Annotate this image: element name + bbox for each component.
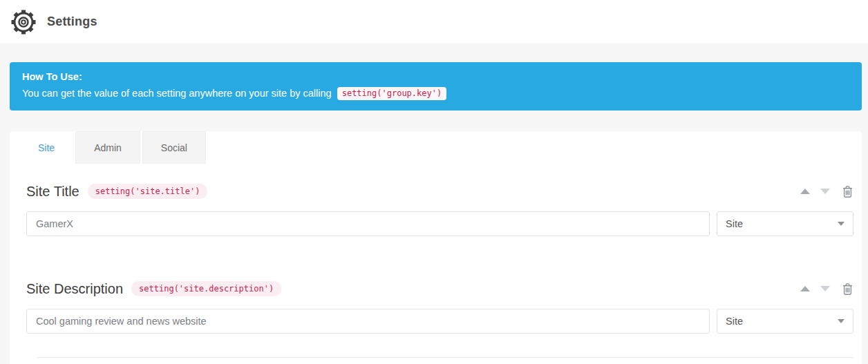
setting-label: Site Description [26, 281, 123, 297]
move-up-icon[interactable] [800, 286, 810, 291]
how-to-use-banner: How To Use: You can get the value of eac… [10, 62, 862, 111]
group-key-code: setting('group.key') [337, 87, 447, 100]
setting-actions [800, 185, 853, 198]
chevron-down-icon [838, 319, 845, 323]
settings-gear-icon [10, 8, 37, 36]
move-down-icon[interactable] [820, 286, 830, 291]
trash-icon [842, 282, 853, 296]
setting-header-site-description: Site Description setting('site.descripti… [26, 279, 853, 298]
move-down-icon[interactable] [820, 189, 830, 194]
chevron-down-icon [838, 222, 845, 226]
group-select-value: Site [726, 316, 743, 327]
settings-tabs: Site Admin Social [10, 131, 862, 164]
setting-actions [800, 282, 853, 296]
setting-key-badge: setting('site.description') [131, 281, 281, 296]
setting-group-select[interactable]: Site [717, 309, 853, 334]
setting-group-select[interactable]: Site [717, 211, 853, 236]
trash-icon [842, 185, 853, 198]
settings-panel: Site Admin Social Site Title setting('si… [10, 131, 862, 364]
section-divider [37, 357, 853, 358]
setting-value-input[interactable] [26, 309, 710, 334]
tab-social[interactable]: Social [142, 131, 206, 164]
tab-admin[interactable]: Admin [75, 131, 140, 164]
tab-site[interactable]: Site [19, 131, 73, 164]
delete-setting-button[interactable] [842, 185, 853, 198]
move-up-icon[interactable] [800, 189, 810, 194]
setting-row-site-description: Site [26, 309, 853, 334]
delete-setting-button[interactable] [842, 282, 853, 296]
group-select-value: Site [726, 218, 743, 229]
setting-label: Site Title [26, 184, 79, 200]
setting-row-site-title: Site [26, 211, 853, 236]
setting-key-badge: setting('site.title') [88, 184, 208, 199]
setting-value-input[interactable] [26, 211, 710, 236]
panel-body: Site Title setting('site.title') [10, 182, 862, 358]
setting-header-site-title: Site Title setting('site.title') [26, 182, 853, 201]
banner-text: You can get the value of each setting an… [22, 87, 849, 100]
page-header: Settings [0, 0, 868, 43]
banner-title: How To Use: [22, 71, 849, 82]
banner-text-body: You can get the value of each setting an… [22, 88, 332, 99]
page-title: Settings [47, 15, 97, 29]
